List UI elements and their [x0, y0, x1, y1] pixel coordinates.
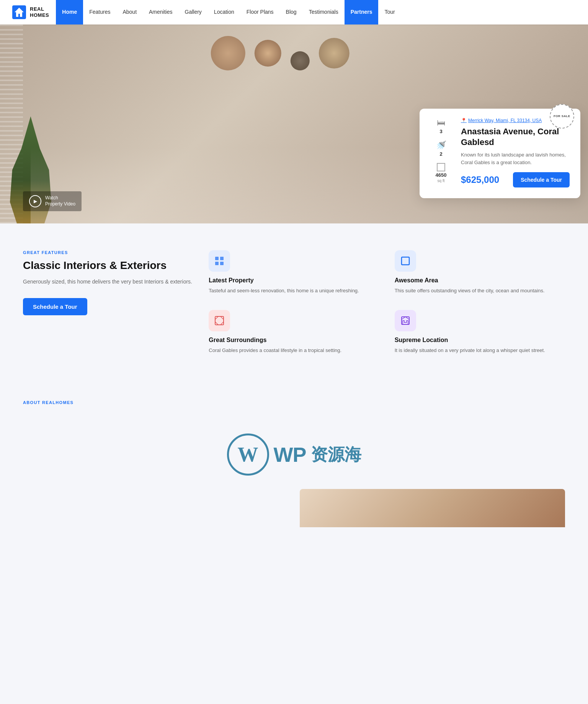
nav-item-floor-plans[interactable]: Floor Plans	[240, 0, 280, 24]
feature-icon-surroundings	[209, 310, 230, 331]
feature-name-area: Awesome Area	[395, 277, 565, 284]
logo-line2: HOMES	[30, 12, 49, 18]
basket-decor-2	[255, 40, 281, 67]
card-footer: $625,000 Schedule a Tour	[461, 172, 570, 187]
feature-card-latest: Latest Property Tasteful and seem-less r…	[209, 250, 379, 295]
nav-item-testimonials[interactable]: Testimonials	[303, 0, 345, 24]
logo[interactable]: REAL HOMES	[12, 5, 49, 19]
card-title: Anastasia Avenue, Coral Gablesd	[461, 126, 570, 147]
area-icon	[437, 163, 445, 171]
navbar: REAL HOMES Home Features About Amenities…	[0, 0, 588, 24]
basket-decor-3	[291, 51, 310, 70]
watch-video-button[interactable]: ▶ Watch Property Video	[23, 191, 82, 211]
card-price: $625,000	[461, 174, 499, 185]
feature-name-surroundings: Great Surroundings	[209, 337, 379, 344]
wall-decor	[211, 36, 350, 70]
watch-label-line2: Property Video	[45, 201, 75, 207]
nav-item-about[interactable]: About	[116, 0, 143, 24]
card-main: 📍 Merrick Way, Miami, FL 33134, USA Anas…	[461, 118, 570, 187]
svg-rect-3	[220, 257, 224, 260]
nav-item-gallery[interactable]: Gallery	[179, 0, 208, 24]
watermark-section: W WP 资源海	[0, 424, 588, 485]
card-description: Known for its lush landscape and lavish …	[461, 151, 570, 166]
about-image	[300, 489, 565, 527]
features-section: GREAT FEATURES Classic Interiors & Exter…	[0, 223, 588, 377]
stat-baths: 🚿 2	[430, 140, 452, 157]
svg-rect-6	[402, 257, 409, 265]
feature-desc-surroundings: Coral Gables provides a coastal lifestyl…	[209, 347, 379, 354]
beds-icon: 🛏	[437, 118, 445, 128]
feature-card-area: Awesome Area This suite offers outstandi…	[395, 250, 565, 295]
nav-item-home[interactable]: Home	[56, 0, 83, 24]
stat-area: 4650 sq ft	[430, 163, 452, 183]
features-description: Generously sized, this home delivers the…	[23, 277, 193, 286]
basket-decor-4	[319, 38, 350, 68]
svg-rect-2	[215, 257, 219, 260]
wp-label: WP	[274, 443, 306, 466]
feature-card-location: Supreme Location It is ideally situated …	[395, 310, 565, 354]
bottom-strip	[0, 485, 588, 527]
wp-circle-icon: W	[227, 433, 269, 476]
svg-rect-7	[215, 316, 224, 325]
feature-card-surroundings: Great Surroundings Coral Gables provides…	[209, 310, 379, 354]
feature-icon-latest	[209, 250, 230, 272]
basket-decor-1	[211, 36, 245, 70]
play-icon: ▶	[29, 195, 41, 207]
nav-item-amenities[interactable]: Amenities	[143, 0, 178, 24]
about-tag: ABOUT REALHOMES	[23, 400, 565, 405]
watch-label-line1: Watch	[45, 195, 75, 201]
spacer	[0, 377, 588, 400]
nav-item-partners[interactable]: Partners	[345, 0, 379, 24]
nav-item-features[interactable]: Features	[83, 0, 116, 24]
feature-icon-area	[395, 250, 416, 272]
schedule-tour-button-features[interactable]: Schedule a Tour	[23, 298, 87, 315]
card-stats: 🛏 3 🚿 2 4650 sq ft	[430, 118, 452, 187]
location-pin-icon: 📍	[461, 118, 467, 123]
nav-menu: Home Features About Amenities Gallery Lo…	[56, 0, 576, 24]
feature-name-latest: Latest Property	[209, 277, 379, 284]
nav-item-blog[interactable]: Blog	[280, 0, 303, 24]
feature-desc-latest: Tasteful and seem-less renovation, this …	[209, 287, 379, 295]
feature-desc-location: It is ideally situated on a very private…	[395, 347, 565, 354]
wp-chinese-text: 资源海	[311, 443, 361, 466]
svg-rect-4	[215, 262, 219, 265]
nav-item-location[interactable]: Location	[208, 0, 240, 24]
logo-icon	[12, 5, 26, 19]
bath-icon: 🚿	[436, 140, 446, 150]
about-section: ABOUT REALHOMES	[0, 400, 588, 424]
features-title: Classic Interiors & Exteriors	[23, 259, 193, 272]
stat-beds: 🛏 3	[430, 118, 452, 134]
feature-icon-location	[395, 310, 416, 331]
features-tag: GREAT FEATURES	[23, 250, 193, 255]
property-card: FOR SALE 🛏 3 🚿 2 4650 sq ft 📍 Merrick Wa…	[420, 109, 580, 198]
nav-item-tour[interactable]: Tour	[378, 0, 401, 24]
svg-rect-5	[220, 262, 224, 265]
feature-name-location: Supreme Location	[395, 337, 565, 344]
feature-desc-area: This suite offers outstanding views of t…	[395, 287, 565, 295]
schedule-tour-button-card[interactable]: Schedule a Tour	[513, 172, 570, 187]
features-left-col: GREAT FEATURES Classic Interiors & Exter…	[23, 250, 193, 315]
hero-section: ▶ Watch Property Video FOR SALE 🛏 3 🚿 2 …	[0, 24, 588, 223]
logo-line1: REAL	[30, 6, 44, 12]
